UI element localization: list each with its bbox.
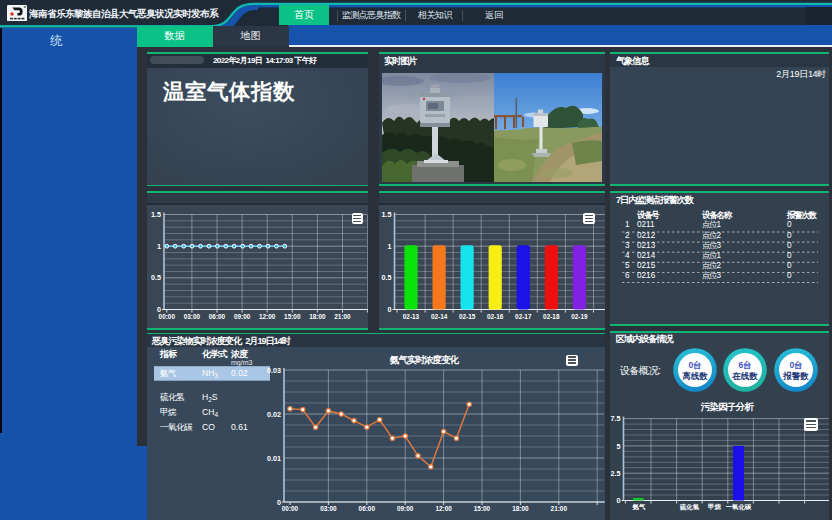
svg-text:02-16: 02-16 [487, 313, 504, 320]
svg-text:氨气: 氨气 [632, 503, 646, 511]
svg-text:甲烷: 甲烷 [160, 407, 177, 417]
svg-text:06:00: 06:00 [359, 505, 376, 512]
svg-text:06:00: 06:00 [209, 313, 226, 320]
svg-text:H2S: H2S [202, 392, 218, 403]
svg-text:点位1: 点位1 [702, 220, 721, 229]
svg-text:0: 0 [787, 241, 792, 250]
svg-text:03:00: 03:00 [184, 313, 201, 320]
svg-text:0.61: 0.61 [231, 422, 248, 432]
svg-text:硫化氢: 硫化氢 [160, 392, 185, 402]
svg-text:0.5: 0.5 [381, 273, 391, 282]
svg-text:0: 0 [787, 231, 792, 240]
svg-text:点位1: 点位1 [702, 251, 721, 260]
svg-text:0215: 0215 [637, 261, 656, 270]
svg-text:5: 5 [617, 442, 621, 451]
svg-text:2.5: 2.5 [611, 469, 621, 478]
svg-text:0211: 0211 [637, 220, 655, 229]
svg-text:00:00: 00:00 [159, 313, 176, 320]
svg-text:0.02: 0.02 [267, 410, 281, 419]
svg-text:0.03: 0.03 [267, 366, 281, 375]
svg-text:5: 5 [625, 261, 630, 270]
svg-text:氨气实时浓度变化: 氨气实时浓度变化 [389, 354, 460, 365]
svg-text:21:00: 21:00 [334, 313, 351, 320]
svg-text:CH4: CH4 [202, 407, 218, 418]
svg-text:一氧化碳: 一氧化碳 [160, 422, 193, 432]
svg-text:0: 0 [277, 498, 281, 507]
svg-text:21:00: 21:00 [551, 505, 568, 512]
svg-text:15:00: 15:00 [474, 505, 491, 512]
svg-text:03:00: 03:00 [320, 505, 337, 512]
svg-text:12:00: 12:00 [435, 505, 452, 512]
svg-text:02-15: 02-15 [458, 313, 475, 320]
svg-text:离线数: 离线数 [682, 371, 708, 381]
svg-text:0.02: 0.02 [231, 368, 248, 378]
svg-text:09:00: 09:00 [397, 505, 414, 512]
svg-text:7.5: 7.5 [611, 414, 621, 423]
svg-text:设备号: 设备号 [636, 210, 660, 220]
svg-text:mg/m3: mg/m3 [231, 359, 253, 367]
svg-text:污染因子分析: 污染因子分析 [700, 401, 755, 412]
svg-text:一氧化碳: 一氧化碳 [726, 503, 752, 511]
svg-text:1.5: 1.5 [381, 210, 391, 219]
svg-text:氨气: 氨气 [160, 368, 177, 378]
svg-text:甲烷: 甲烷 [708, 503, 721, 510]
svg-text:02-19: 02-19 [571, 313, 588, 320]
svg-text:点位2: 点位2 [702, 231, 721, 240]
svg-text:1: 1 [157, 242, 161, 251]
svg-text:0: 0 [787, 251, 792, 260]
svg-text:1: 1 [387, 242, 391, 251]
svg-text:点位3: 点位3 [702, 271, 721, 280]
svg-text:0: 0 [617, 496, 621, 505]
svg-text:02-13: 02-13 [402, 313, 419, 320]
svg-text:报警数: 报警数 [782, 371, 809, 381]
svg-text:4: 4 [625, 251, 630, 260]
svg-text:0216: 0216 [637, 271, 656, 280]
svg-text:0214: 0214 [637, 251, 656, 260]
svg-text:02-18: 02-18 [543, 313, 560, 320]
svg-text:0213: 0213 [637, 241, 656, 250]
svg-text:指标: 指标 [159, 349, 177, 359]
svg-text:CO: CO [202, 422, 215, 432]
svg-text:1.5: 1.5 [151, 210, 161, 219]
svg-text:点位2: 点位2 [702, 261, 721, 270]
svg-text:点位3: 点位3 [702, 241, 721, 250]
svg-text:18:00: 18:00 [309, 313, 326, 320]
svg-text:2: 2 [625, 231, 630, 240]
svg-text:0: 0 [787, 261, 792, 270]
svg-text:0台: 0台 [688, 360, 701, 370]
svg-text:0.5: 0.5 [151, 273, 161, 282]
svg-text:6台: 6台 [738, 360, 751, 370]
svg-text:设备名称: 设备名称 [701, 210, 733, 220]
svg-text:在线数: 在线数 [731, 371, 758, 381]
svg-text:化学式: 化学式 [201, 349, 227, 359]
svg-text:02-14: 02-14 [430, 313, 447, 320]
svg-text:02-17: 02-17 [515, 313, 532, 320]
svg-text:18:00: 18:00 [512, 505, 529, 512]
svg-text:3: 3 [625, 241, 630, 250]
svg-text:09:00: 09:00 [234, 313, 251, 320]
svg-text:0台: 0台 [789, 360, 802, 370]
svg-text:6: 6 [625, 271, 630, 280]
svg-text:报警次数: 报警次数 [786, 210, 818, 220]
svg-text:0: 0 [787, 271, 792, 280]
svg-text:1: 1 [625, 220, 630, 229]
svg-text:0: 0 [787, 220, 792, 229]
svg-text:12:00: 12:00 [259, 313, 276, 320]
svg-text:0: 0 [387, 305, 391, 314]
svg-text:0212: 0212 [637, 231, 656, 240]
svg-text:15:00: 15:00 [284, 313, 301, 320]
svg-text:00:00: 00:00 [282, 505, 299, 512]
svg-text:0.01: 0.01 [267, 454, 281, 463]
svg-text:浓度: 浓度 [230, 349, 248, 359]
svg-text:硫化氢: 硫化氢 [679, 503, 700, 511]
